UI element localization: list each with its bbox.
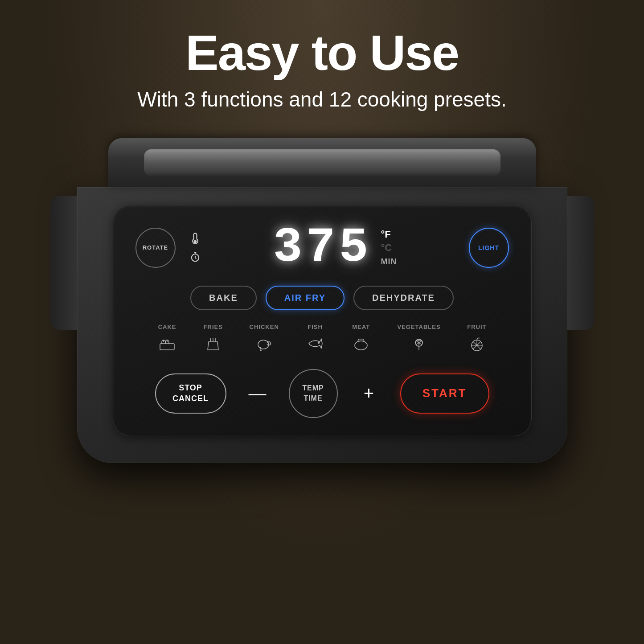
temperature-display: 375 (273, 223, 372, 272)
preset-fruit-label: FRUIT (467, 324, 486, 330)
temp-label: TEMP (302, 383, 324, 393)
meat-icon (351, 334, 371, 353)
preset-fruit[interactable]: FRUIT (467, 324, 487, 353)
unit-minutes: MIN (381, 257, 397, 267)
temp-time-button[interactable]: TEMP TIME (289, 369, 338, 418)
page-wrapper: Easy to Use With 3 functions and 12 cook… (0, 0, 644, 644)
lid-surface (144, 149, 500, 176)
preset-vegetables[interactable]: VEGETABLES (397, 324, 440, 353)
chicken-icon (254, 334, 274, 353)
headline: Easy to Use (185, 27, 459, 79)
fruit-icon (467, 334, 487, 353)
light-button[interactable]: LIGHT (469, 228, 509, 268)
time-label: TIME (304, 394, 322, 403)
preset-fish-label: FISH (308, 324, 323, 330)
appliance-body: ROTATE (77, 187, 567, 463)
svg-rect-2 (160, 344, 174, 350)
status-icons-col (189, 232, 201, 263)
stop-cancel-label: STOPCANCEL (172, 383, 209, 404)
preset-cake[interactable]: CAKE (157, 324, 177, 353)
minus-button[interactable]: — (244, 380, 271, 407)
presets-row: CAKE FRIES (135, 324, 509, 353)
appliance: ROTATE (55, 138, 590, 463)
stop-cancel-button[interactable]: STOPCANCEL (155, 373, 226, 414)
plus-button[interactable]: + (356, 380, 382, 407)
top-row: ROTATE (135, 223, 509, 272)
display-area: 375 °F °C MIN (215, 223, 455, 272)
cake-icon (157, 334, 177, 353)
unit-column: °F °C MIN (381, 229, 397, 267)
unit-celsius: °C (381, 242, 392, 254)
preset-meat[interactable]: MEAT (351, 324, 371, 353)
function-row: BAKE AIR FRY DEHYDRATE (135, 286, 509, 310)
svg-point-4 (318, 342, 320, 343)
control-panel: ROTATE (113, 205, 532, 436)
preset-cake-label: CAKE (158, 324, 176, 330)
fish-icon (305, 334, 325, 353)
preset-fries-label: FRIES (204, 324, 223, 330)
preset-fries[interactable]: FRIES (203, 324, 223, 353)
preset-fish[interactable]: FISH (305, 324, 325, 353)
bake-button[interactable]: BAKE (190, 286, 257, 310)
vegetables-icon (409, 334, 429, 353)
unit-fahrenheit: °F (381, 229, 391, 240)
preset-chicken[interactable]: CHICKEN (250, 324, 279, 353)
svg-point-5 (355, 341, 367, 350)
airfry-button[interactable]: AIR FRY (266, 286, 345, 310)
start-button[interactable]: START (400, 373, 489, 414)
rotate-button[interactable]: ROTATE (135, 228, 176, 268)
preset-vegetables-label: VEGETABLES (397, 324, 440, 330)
subheadline: With 3 functions and 12 cooking presets. (137, 87, 506, 111)
fries-icon (203, 334, 223, 353)
bottom-row: STOPCANCEL — TEMP TIME + START (135, 369, 509, 418)
dehydrate-button[interactable]: DEHYDRATE (353, 286, 454, 310)
svg-point-0 (194, 240, 196, 242)
timer-icon (189, 251, 201, 263)
temperature-icon (189, 232, 201, 245)
preset-chicken-label: CHICKEN (250, 324, 279, 330)
appliance-lid (108, 138, 536, 187)
preset-meat-label: MEAT (352, 324, 370, 330)
